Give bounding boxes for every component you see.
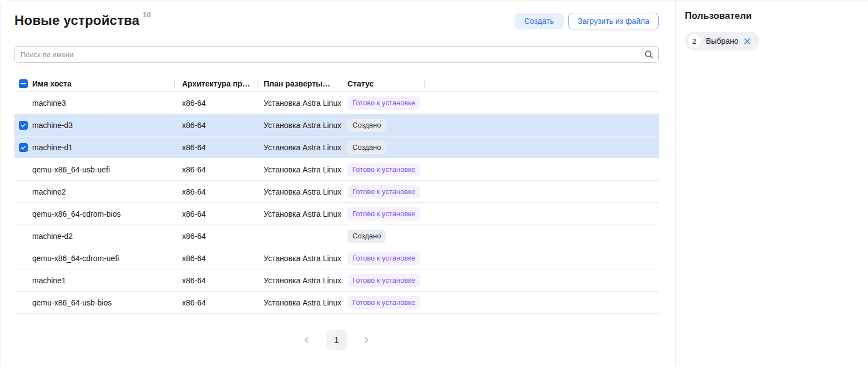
search-icon — [644, 50, 653, 59]
table-header-row: Имя хоста Архитектура пр… План разверты…… — [14, 75, 659, 92]
host-name-cell: machine3 — [32, 99, 66, 108]
status-badge: Готово к установке — [347, 185, 420, 198]
column-header-hostname: Имя хоста — [14, 75, 174, 91]
close-icon[interactable] — [744, 37, 751, 45]
plan-cell: Установка Astra Linux — [258, 254, 341, 263]
arch-cell: x86-64 — [174, 276, 258, 285]
host-name-cell: machine2 — [32, 187, 66, 196]
host-name-cell: machine-d2 — [32, 232, 73, 241]
upload-from-file-button[interactable]: Загрузить из файла — [568, 13, 659, 29]
status-badge: Готово к установке — [347, 252, 420, 265]
arch-cell: x86-64 — [174, 254, 258, 263]
arch-cell: x86-64 — [174, 143, 258, 152]
arch-cell: x86-64 — [174, 187, 258, 196]
table-row[interactable]: machine-d3 x86-64 Установка Astra Linux … — [14, 114, 659, 136]
arch-cell: x86-64 — [174, 210, 258, 218]
status-badge: Готово к установке — [347, 274, 420, 287]
column-header-architecture: Архитектура пр… — [174, 75, 258, 91]
page-title-count: 10 — [143, 11, 150, 19]
indeterminate-icon — [21, 81, 26, 86]
status-badge: Готово к установке — [347, 163, 420, 176]
plan-cell: Установка Astra Linux — [258, 187, 341, 196]
column-header-status: Статус — [341, 75, 424, 91]
page-header: Новые устройства10 Создать Загрузить из … — [14, 13, 659, 29]
status-badge: Создано — [347, 141, 386, 154]
pagination: 1 — [14, 330, 659, 350]
host-name-cell: machine-d3 — [32, 121, 73, 130]
table-row[interactable]: qemu-x86_64-usb-uefi x86-64 Установка As… — [14, 159, 659, 181]
host-name-cell: qemu-x86_64-cdrom-uefi — [32, 254, 119, 263]
select-all-checkbox[interactable] — [19, 79, 28, 88]
table-row[interactable]: qemu-x86_64-usb-bios x86-64 Установка As… — [14, 292, 659, 314]
selected-label: Выбрано — [706, 37, 739, 45]
selected-count: 2 — [688, 34, 701, 48]
table-row[interactable]: machine-d2 x86-64 Создано — [14, 225, 659, 247]
host-name-cell: machine1 — [32, 276, 66, 285]
status-badge: Создано — [347, 119, 386, 132]
check-icon — [20, 144, 27, 151]
create-button[interactable]: Создать — [514, 13, 564, 29]
host-name-cell: qemu-x86_64-cdrom-bios — [32, 210, 121, 218]
table-row[interactable]: machine1 x86-64 Установка Astra Linux Го… — [14, 269, 659, 292]
arch-cell: x86-64 — [174, 165, 258, 174]
plan-cell: Установка Astra Linux — [258, 99, 341, 108]
chevron-right-icon[interactable] — [361, 335, 371, 345]
plan-cell: Установка Astra Linux — [258, 210, 341, 218]
page-title: Новые устройства10 — [14, 13, 151, 28]
plan-cell: Установка Astra Linux — [258, 276, 341, 285]
page-number-button[interactable]: 1 — [326, 330, 347, 350]
table-row[interactable]: qemu-x86_64-cdrom-bios x86-64 Установка … — [14, 203, 659, 225]
check-icon — [20, 122, 27, 129]
right-panel: Пользователи 2 Выбрано Назначить план ра… — [675, 1, 868, 367]
host-name-cell: qemu-x86_64-usb-uefi — [32, 165, 110, 174]
table-body: machine3 x86-64 Установка Astra Linux Го… — [14, 92, 659, 314]
main-content: Новые устройства10 Создать Загрузить из … — [1, 1, 675, 367]
plan-cell: Установка Astra Linux — [258, 165, 341, 174]
search-input[interactable] — [14, 46, 659, 63]
row-checkbox[interactable] — [19, 121, 28, 130]
arch-cell: x86-64 — [174, 121, 258, 130]
status-badge: Создано — [347, 230, 386, 243]
table-row[interactable]: qemu-x86_64-cdrom-uefi x86-64 Установка … — [14, 247, 659, 269]
host-name-cell: qemu-x86_64-usb-bios — [32, 298, 112, 307]
page: Новые устройства10 Создать Загрузить из … — [0, 0, 868, 367]
plan-cell: Установка Astra Linux — [258, 121, 341, 130]
plan-cell: Установка Astra Linux — [258, 298, 341, 307]
devices-table: Имя хоста Архитектура пр… План разверты…… — [14, 75, 659, 314]
page-title-text: Новые устройства — [14, 13, 139, 28]
host-name-cell: machine-d1 — [32, 143, 73, 152]
column-header-plan: План разверты… — [258, 75, 341, 91]
arch-cell: x86-64 — [174, 232, 258, 241]
table-row[interactable]: machine2 x86-64 Установка Astra Linux Го… — [14, 181, 659, 203]
table-row[interactable]: machine-d1 x86-64 Установка Astra Linux … — [14, 136, 659, 159]
status-badge: Готово к установке — [347, 96, 420, 110]
panel-title: Пользователи — [685, 11, 752, 22]
row-checkbox[interactable] — [19, 143, 28, 152]
status-badge: Готово к установке — [347, 207, 420, 221]
search-bar — [14, 46, 659, 63]
arch-cell: x86-64 — [174, 99, 258, 108]
column-header-filler — [424, 75, 659, 91]
table-row[interactable]: machine3 x86-64 Установка Astra Linux Го… — [14, 92, 659, 114]
selected-chip: 2 Выбрано — [685, 32, 759, 50]
status-badge: Готово к установке — [347, 296, 420, 309]
plan-cell: Установка Astra Linux — [258, 143, 341, 152]
arch-cell: x86-64 — [174, 298, 258, 307]
chevron-left-icon[interactable] — [302, 335, 312, 345]
